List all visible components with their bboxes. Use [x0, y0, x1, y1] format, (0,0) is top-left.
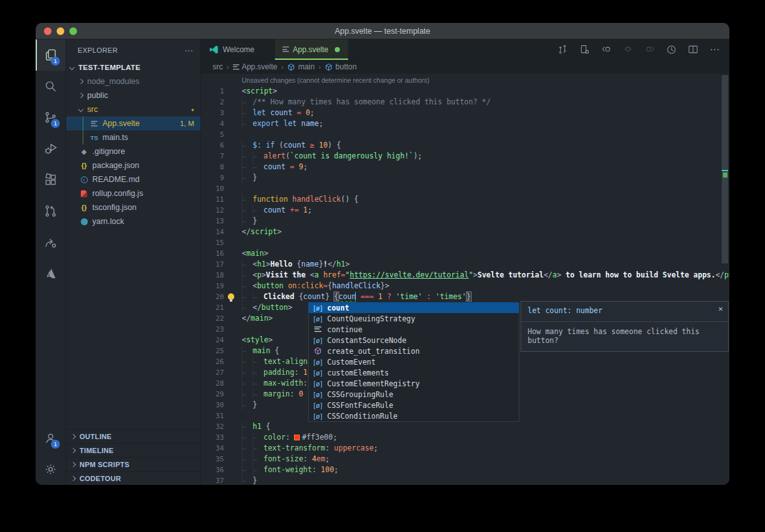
suggest-item-customelementregistry[interactable]: [ø]CustomElementRegistry	[309, 378, 519, 389]
gitlens-annotation[interactable]: Unsaved changes (cannot determine recent…	[201, 75, 729, 86]
activity-run-and-debug-icon[interactable]	[36, 133, 66, 164]
previous-change-icon[interactable]	[600, 43, 612, 55]
panel-timeline[interactable]: TIMELINE	[66, 443, 200, 457]
unsaved-dot-icon[interactable]	[335, 47, 340, 52]
activity-extensions-icon[interactable]	[36, 164, 66, 195]
line-number: 32	[201, 421, 224, 432]
color-swatch-icon[interactable]	[294, 435, 300, 440]
tree-item-src[interactable]: src●	[66, 102, 200, 116]
close-icon[interactable]: ×	[718, 304, 723, 314]
suggest-item-cssfontfacerule[interactable]: [ø]CSSFontFaceRule	[309, 400, 519, 410]
code-line-9[interactable]: 9→}	[201, 172, 729, 183]
code-line-37[interactable]: 37→}	[201, 475, 729, 485]
minimize-window-button[interactable]	[57, 27, 64, 35]
code-line-4[interactable]: 4→export let name;	[201, 118, 729, 129]
tab-app-svelte[interactable]: App.svelte	[275, 39, 349, 59]
code-line-16[interactable]: 16<main>	[201, 248, 729, 259]
tab-welcome[interactable]: Welcome	[201, 39, 275, 59]
code-line-35[interactable]: 35→→font-size: 4em;	[201, 454, 729, 465]
split-editor-icon[interactable]	[687, 43, 699, 55]
code-line-2[interactable]: 2→/** How many times has someone clicked…	[201, 97, 729, 108]
suggest-item-customelements[interactable]: [ø]customElements	[309, 367, 519, 378]
line-number: 25	[201, 346, 224, 356]
explorer-more-actions-icon[interactable]: ⋯	[185, 45, 194, 55]
close-window-button[interactable]	[44, 27, 52, 35]
code-line-34[interactable]: 34→→text-transform: uppercase;	[201, 443, 729, 454]
zoom-window-button[interactable]	[69, 27, 77, 35]
more-actions-icon[interactable]	[708, 43, 720, 55]
tree-item-node-modules[interactable]: node_modules	[66, 74, 200, 88]
code-line-12[interactable]: 12→→count += 1;	[201, 205, 729, 216]
panel-codetour[interactable]: CODETOUR	[66, 471, 200, 485]
activity-settings-icon[interactable]	[36, 454, 66, 485]
code-line-18[interactable]: 18→<p>Visit the <a href="https://svelte.…	[201, 270, 729, 281]
next-change-icon[interactable]	[643, 43, 656, 55]
code-line-5[interactable]: 5	[201, 129, 729, 140]
suggest-item-create_out_transition[interactable]: create_out_transition	[309, 346, 519, 356]
code-editor[interactable]: Unsaved changes (cannot determine recent…	[201, 74, 729, 485]
code-line-32[interactable]: 32→h1 {	[201, 421, 729, 432]
code-line-19[interactable]: 19→<button on:click={handleClick}>	[201, 281, 729, 291]
gutter	[224, 432, 242, 443]
activity-search-icon[interactable]	[36, 71, 66, 102]
suggest-item-countqueuingstrategy[interactable]: [ø]CountQueuingStrategy	[309, 313, 519, 324]
code-line-14[interactable]: 14</script>	[201, 227, 729, 237]
suggest-item-continue[interactable]: continue	[309, 324, 519, 335]
activity-github-pull-requests-icon[interactable]	[36, 195, 66, 227]
source-control-changes-icon[interactable]	[557, 43, 569, 55]
code-line-11[interactable]: 11→function handleClick() {	[201, 194, 729, 205]
panel-npm-scripts[interactable]: NPM SCRIPTS	[66, 457, 200, 471]
run-file-icon[interactable]	[665, 43, 677, 55]
tree-item--gitignore[interactable]: ◆.gitignore	[66, 144, 200, 158]
panel-outline[interactable]: OUTLINE	[66, 429, 200, 443]
tree-item-rollup-config-js[interactable]: rollup.config.js	[66, 186, 200, 200]
tree-item-package-json[interactable]: {}package.json	[66, 158, 200, 172]
lightbulb-icon[interactable]	[228, 293, 234, 300]
code-line-17[interactable]: 17→<h1>Hello {name}!</h1>	[201, 259, 729, 270]
activity-explorer-icon[interactable]: 1	[36, 39, 66, 71]
line-number: 35	[201, 454, 224, 465]
breadcrumb-item-src[interactable]: src	[213, 62, 223, 71]
tree-item-public[interactable]: public	[66, 88, 200, 102]
suggest-item-constantsourcenode[interactable]: [ø]ConstantSourceNode	[309, 335, 519, 346]
code-line-36[interactable]: 36→→font-weight: 100;	[201, 465, 729, 475]
tree-item-app-svelte[interactable]: App.svelte1, M	[66, 116, 200, 130]
code-line-33[interactable]: 33→→color: #ff3e00;	[201, 432, 729, 443]
breadcrumb-item-main[interactable]: main	[287, 62, 314, 71]
editor-actions	[349, 39, 729, 59]
activity-accounts-icon[interactable]: 1	[36, 423, 66, 454]
activity-live-share-icon[interactable]	[36, 227, 66, 258]
code-line-6[interactable]: 6→$: if (count ≥ 10) {	[201, 140, 729, 151]
file-tree: TEST-TEMPLATEnode_modulespublicsrc●App.s…	[66, 60, 200, 228]
activity-source-control-icon[interactable]: 1	[36, 102, 66, 133]
line-number: 33	[201, 432, 224, 443]
code-line-13[interactable]: 13→}	[201, 216, 729, 227]
code-line-7[interactable]: 7→→alert(`count is dangerously high!`);	[201, 151, 729, 162]
suggest-item-count[interactable]: [ø]count	[309, 302, 519, 313]
tree-item-main-ts[interactable]: TSmain.ts	[66, 130, 200, 144]
code-line-1[interactable]: 1<script>	[201, 86, 729, 97]
suggest-item-customevent[interactable]: [ø]CustomEvent	[309, 356, 519, 367]
code-line-10[interactable]: 10	[201, 183, 729, 194]
activity-azure-icon[interactable]	[36, 258, 66, 289]
symbol-variable-icon: [ø]	[311, 369, 324, 377]
breadcrumb-item-button[interactable]: button	[325, 62, 356, 71]
breadcrumb-label: main	[298, 62, 314, 71]
code-line-8[interactable]: 8→→count = 9;	[201, 162, 729, 172]
code-line-15[interactable]: 15	[201, 237, 729, 248]
tree-item-readme-md[interactable]: iREADME.md	[66, 172, 200, 186]
open-changes-editor-icon[interactable]	[579, 43, 591, 55]
scrollbar-thumb[interactable]	[722, 75, 728, 263]
breadcrumb-item-app-svelte[interactable]: App.svelte	[233, 62, 277, 71]
line-number: 29	[201, 389, 224, 400]
code-line-3[interactable]: 3→let count = 0;	[201, 108, 729, 118]
suggest-item-cssconditionrule[interactable]: [ø]CSSConditionRule	[309, 410, 519, 421]
suggest-item-cssgroupingrule[interactable]: [ø]CSSGroupingRule	[309, 389, 519, 400]
tree-item-yarn-lock[interactable]: yarn.lock	[66, 214, 200, 228]
activity-bar: 111	[36, 39, 66, 485]
editor-scrollbar[interactable]	[720, 74, 729, 485]
tree-item-test-template[interactable]: TEST-TEMPLATE	[66, 60, 200, 74]
line-number: 27	[201, 367, 224, 378]
tree-item-tsconfig-json[interactable]: {}tsconfig.json	[66, 200, 200, 214]
go-to-change-icon[interactable]	[622, 43, 634, 55]
